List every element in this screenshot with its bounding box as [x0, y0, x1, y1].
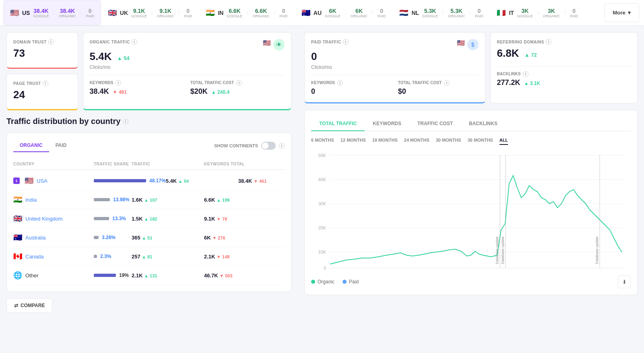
section-title: Traffic distribution by country i — [6, 117, 291, 126]
compare-button[interactable]: ⇄ COMPARE — [6, 298, 52, 313]
us-organic-stat: 38.4K GOOGLE — [33, 8, 49, 18]
paid-info[interactable]: i — [343, 39, 349, 45]
us-flag: 🇺🇸 — [10, 8, 19, 17]
bar-uk — [94, 217, 109, 220]
left-panel: DOMAIN TRUST i 73 PAGE TRUST i 24 — [0, 26, 298, 319]
svg-text:40K: 40K — [318, 177, 326, 182]
chart-tabs: TOTAL TRAFFIC KEYWORDS TRAFFIC COST BACK… — [311, 117, 631, 131]
backlinks-info[interactable]: i — [523, 71, 528, 77]
table-row: 🌐 Other 19% 2.1K ▲ 131 46.7K ▼ 503 — [13, 266, 285, 285]
rank-badge: 1 — [13, 178, 20, 184]
svg-text:Jan 2017: Jan 2017 — [322, 272, 339, 272]
top-navigation: 🇺🇸 US 38.4K GOOGLE 38.4K ORGANIC 0 PAID … — [0, 0, 644, 26]
uk-flag: 🇬🇧 — [108, 8, 117, 17]
chart-tab-total-traffic[interactable]: TOTAL TRAFFIC — [311, 117, 365, 131]
nav-item-it[interactable]: 🇮🇹 IT 3K GOOGLE 3K ORGANIC 0 PAID — [490, 0, 585, 25]
nav-item-nl[interactable]: 🇳🇱 NL 5.3K GOOGLE 5.3K ORGANIC 0 PAID — [392, 0, 490, 25]
traffic-card: ORGANIC PAID SHOW CONTINENTS i COUNTRY T… — [6, 132, 291, 292]
paid-flag: 🇺🇸 — [457, 39, 465, 50]
more-button[interactable]: More ▾ — [604, 3, 639, 22]
svg-text:Database update: Database update — [495, 236, 499, 264]
chart-tab-backlinks[interactable]: BACKLINKS — [461, 117, 506, 131]
tab-organic[interactable]: ORGANIC — [13, 139, 49, 152]
chart-tab-traffic-cost[interactable]: TRAFFIC COST — [409, 117, 461, 131]
svg-text:Database update: Database update — [501, 236, 505, 264]
au-flag: 🇦🇺 — [301, 8, 310, 17]
referring-domains-card: REFERRING DOMAINS i 6.8K ▲ 72 BACKLINKS … — [490, 32, 638, 103]
nav-item-us[interactable]: 🇺🇸 US 38.4K GOOGLE 38.4K ORGANIC 0 PAID — [3, 0, 101, 25]
country-link-india[interactable]: India — [25, 197, 37, 203]
domain-trust-card: DOMAIN TRUST i 73 — [6, 32, 78, 69]
tab-paid[interactable]: PAID — [49, 139, 73, 152]
paid-cost-info[interactable]: i — [444, 80, 450, 86]
keywords-info[interactable]: i — [116, 80, 121, 86]
download-button[interactable]: ⬇ — [618, 275, 631, 288]
time-tab-30m[interactable]: 30 MONTHS — [436, 138, 461, 145]
us-organic-label: 38.4K ORGANIC — [59, 8, 76, 18]
continents-info[interactable]: i — [279, 143, 285, 149]
paid-dollar-icon[interactable]: $ — [467, 39, 479, 50]
organic-flag: 🇺🇸 — [263, 39, 271, 50]
organic-dot — [311, 280, 315, 284]
time-tab-18m[interactable]: 18 MONTHS — [372, 138, 398, 145]
page-trust-info[interactable]: i — [43, 81, 48, 86]
paid-keywords-value: 0 — [311, 87, 392, 96]
country-link-uk[interactable]: United Kingdom — [25, 216, 63, 222]
nl-flag: 🇳🇱 — [399, 8, 408, 17]
traffic-distribution-section: Traffic distribution by country i ORGANI… — [6, 117, 291, 313]
time-tab-6m[interactable]: 6 MONTHS — [311, 138, 334, 145]
svg-text:Database update: Database update — [595, 236, 599, 264]
nav-item-au[interactable]: 🇦🇺 AU 6K GOOGLE 6K ORGANIC 0 PAID — [295, 0, 393, 25]
table-header: COUNTRY TRAFFIC SHARE TRAFFIC KEYWORDS T… — [13, 159, 285, 170]
chart-tab-keywords[interactable]: KEYWORDS — [365, 117, 409, 131]
table-row: 🇨🇦 Canada 2.3% 257 ▲ 81 2.1K ▼ 148 — [13, 247, 285, 266]
svg-text:Jan 2021: Jan 2021 — [503, 272, 520, 272]
country-link-au[interactable]: Australia — [25, 235, 46, 241]
time-tab-36m[interactable]: 36 MONTHS — [468, 138, 493, 145]
download-icon: ⬇ — [622, 279, 627, 285]
svg-text:10K: 10K — [318, 250, 326, 254]
svg-text:20K: 20K — [318, 225, 326, 230]
country-table: COUNTRY TRAFFIC SHARE TRAFFIC KEYWORDS T… — [13, 159, 285, 285]
right-metrics-row: PAID TRAFFIC i 🇺🇸 $ 0 Clicks/mo KEYWORDS… — [304, 32, 638, 103]
chevron-down-icon: ▾ — [628, 10, 631, 16]
nav-item-uk[interactable]: 🇬🇧 UK 9.1K GOOGLE 9.1K ORGANIC 0 PAID — [101, 0, 199, 25]
continents-toggle[interactable] — [261, 142, 276, 150]
country-link-ca[interactable]: Canada — [25, 254, 44, 260]
legend-paid: Paid — [343, 279, 359, 285]
section-info[interactable]: i — [123, 119, 128, 124]
paid-cost-metric: TOTAL TRAFFIC COST i $0 — [398, 80, 479, 96]
metrics-row: DOMAIN TRUST i 73 PAGE TRUST i 24 — [6, 32, 291, 110]
page-trust-value: 24 — [13, 89, 71, 101]
legend-organic: Organic — [311, 279, 334, 285]
chart-area: 50K 40K 30K 20K 10K 0 — [311, 151, 631, 272]
time-tab-24m[interactable]: 24 MONTHS — [404, 138, 429, 145]
country-link-usa[interactable]: USA — [37, 178, 47, 184]
in-flag: 🇮🇳 — [206, 8, 215, 17]
bar-au — [94, 236, 99, 239]
chart-legend: Organic Paid ⬇ — [311, 275, 631, 288]
table-row: 🇮🇳 India 13.98% 1.6K ▲ 107 6.6K ▲ 199 — [13, 190, 285, 209]
organic-keywords-metric: KEYWORDS i 38.4K ▼ 461 — [90, 80, 184, 96]
right-panel: PAID TRAFFIC i 🇺🇸 $ 0 Clicks/mo KEYWORDS… — [298, 26, 644, 319]
nav-item-in[interactable]: 🇮🇳 IN 6.6K GOOGLE 6.6K ORGANIC 0 PAID — [199, 0, 294, 25]
svg-text:Jan 2019: Jan 2019 — [406, 272, 423, 272]
time-tab-12m[interactable]: 12 MONTHS — [341, 138, 366, 145]
organic-eye-icon[interactable]: 👁 — [273, 39, 285, 50]
show-continents-control: SHOW CONTINENTS i — [214, 142, 285, 150]
uk-code: UK — [120, 10, 128, 16]
referring-info[interactable]: i — [546, 39, 551, 45]
bar-india — [94, 198, 110, 201]
domain-trust-info[interactable]: i — [48, 39, 54, 45]
organic-value: 5.4K ▲ 54 — [90, 50, 285, 63]
svg-text:30K: 30K — [318, 201, 326, 206]
time-tab-all[interactable]: ALL — [500, 138, 508, 145]
svg-text:Jan 2020: Jan 2020 — [450, 272, 467, 272]
bar-ca — [94, 255, 97, 258]
cost-info[interactable]: i — [236, 80, 242, 86]
paid-kw-info[interactable]: i — [337, 80, 343, 86]
chart-card: TOTAL TRAFFIC KEYWORDS TRAFFIC COST BACK… — [304, 110, 638, 295]
svg-text:0: 0 — [324, 266, 326, 270]
svg-text:Jan 2018: Jan 2018 — [364, 272, 381, 272]
organic-info[interactable]: i — [132, 39, 137, 45]
